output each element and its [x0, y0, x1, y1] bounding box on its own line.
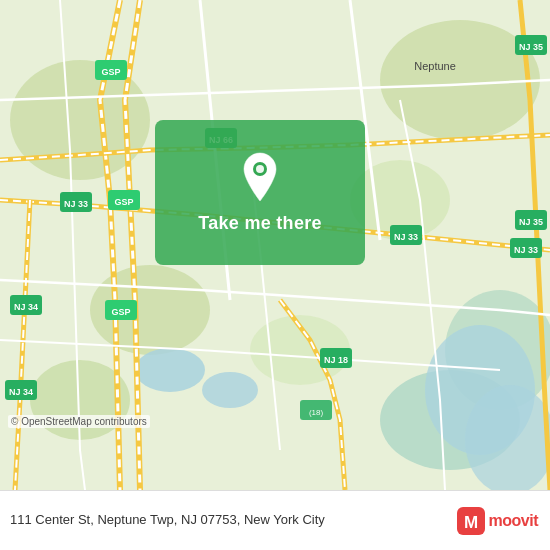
bottom-bar: 111 Center St, Neptune Twp, NJ 07753, Ne… [0, 490, 550, 550]
map-attribution: © OpenStreetMap contributors [8, 415, 150, 428]
moovit-brand-text: moovit [489, 512, 538, 530]
svg-text:NJ 33: NJ 33 [64, 199, 88, 209]
svg-text:NJ 18: NJ 18 [324, 355, 348, 365]
svg-text:Neptune: Neptune [414, 60, 456, 72]
svg-text:NJ 34: NJ 34 [9, 387, 33, 397]
svg-text:NJ 34: NJ 34 [14, 302, 38, 312]
svg-text:NJ 33: NJ 33 [514, 245, 538, 255]
svg-text:NJ 33: NJ 33 [394, 232, 418, 242]
map-pin-icon [238, 151, 282, 203]
map-container: GSP GSP GSP NJ 66 NJ 33 NJ 33 NJ 33 NJ 3… [0, 0, 550, 490]
moovit-logo: M moovit [457, 507, 538, 535]
moovit-logo-icon: M [457, 507, 485, 535]
svg-text:(18): (18) [309, 408, 324, 417]
take-me-there-label: Take me there [198, 213, 322, 234]
svg-text:GSP: GSP [101, 67, 120, 77]
svg-text:NJ 35: NJ 35 [519, 42, 543, 52]
svg-text:M: M [463, 513, 477, 532]
svg-text:NJ 35: NJ 35 [519, 217, 543, 227]
svg-text:GSP: GSP [114, 197, 133, 207]
svg-text:GSP: GSP [111, 307, 130, 317]
svg-point-10 [202, 372, 258, 408]
svg-point-41 [256, 165, 264, 173]
take-me-there-button[interactable]: Take me there [155, 120, 365, 265]
svg-point-9 [135, 348, 205, 392]
address-text: 111 Center St, Neptune Twp, NJ 07753, Ne… [10, 512, 447, 529]
